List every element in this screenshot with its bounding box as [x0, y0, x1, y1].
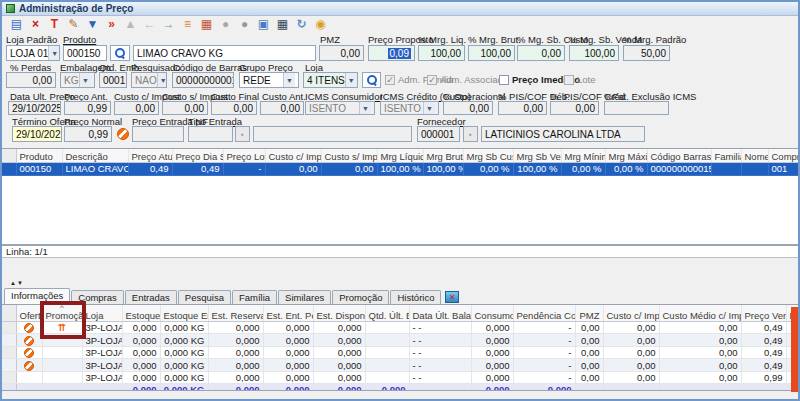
cell[interactable]: 0,000 [263, 322, 313, 334]
oferta-cell[interactable] [16, 334, 42, 346]
cell[interactable]: - [223, 162, 265, 175]
text-tool-icon[interactable]: T [46, 17, 63, 32]
oferta-cell[interactable] [16, 322, 42, 334]
circle-icon[interactable]: ● [236, 17, 253, 32]
mrg-liq-input[interactable]: 100,00 [418, 45, 465, 61]
cell[interactable]: 0,49 [741, 322, 786, 334]
mrg-brut-input[interactable]: 100,00 [468, 45, 515, 61]
cell[interactable]: 0,00 [603, 359, 659, 371]
tab-familia[interactable]: Família [232, 290, 277, 304]
column-header[interactable]: Descrição [62, 149, 128, 162]
adm-associado-checkbox[interactable]: ✓ Adm. Associado [427, 74, 508, 85]
cell[interactable] [365, 359, 409, 371]
cell[interactable]: 3P-LOJA 02 [82, 334, 122, 346]
cell[interactable]: - - [409, 334, 471, 346]
cell[interactable]: 0,49 [741, 334, 786, 346]
cell[interactable]: - [513, 346, 575, 358]
promocao-cell[interactable] [42, 346, 82, 358]
cell[interactable]: 0,00 [659, 322, 741, 334]
produto-search-button[interactable] [110, 45, 130, 61]
cell[interactable]: 0,00 % [561, 162, 605, 175]
cell[interactable]: - [513, 371, 575, 383]
cell[interactable]: 0,00 [603, 371, 659, 383]
column-header[interactable]: Comprador [768, 149, 798, 162]
cell[interactable]: 0,000 [313, 346, 365, 358]
oferta-cell[interactable] [16, 371, 42, 383]
promocao-cell[interactable] [42, 371, 82, 383]
cell[interactable]: 0000000000150 [647, 162, 711, 175]
cell[interactable] [741, 162, 768, 175]
oferta-cell[interactable] [16, 346, 42, 358]
loja-select[interactable]: 4 ITENS▼ [303, 72, 358, 88]
cell[interactable]: 0,000 [263, 334, 313, 346]
cell[interactable]: 0,000 [313, 359, 365, 371]
cell[interactable]: 0,000 [471, 334, 513, 346]
cell[interactable]: 0,00 [575, 322, 603, 334]
splitter-up-icon[interactable]: ▲ [10, 280, 16, 286]
table-row[interactable]: 3P-LOJA 050,0000,000 KG0,0000,0000,000- … [2, 371, 798, 383]
column-header[interactable]: Est. Reservado [208, 305, 263, 322]
splitter[interactable]: ▲ ▼ [2, 279, 798, 287]
cell[interactable]: 000150 [16, 162, 62, 175]
cell[interactable]: 0,000 [208, 371, 263, 383]
cell[interactable]: 0,00 [659, 334, 741, 346]
column-header[interactable]: Qtd. Últ. Bal. [365, 305, 409, 322]
cell[interactable]: 0,49 [172, 162, 223, 175]
column-header[interactable]: Estoque Emb. [160, 305, 208, 322]
cell[interactable]: 0,000 [313, 334, 365, 346]
cell[interactable]: 0,000 [122, 346, 160, 358]
cell[interactable]: - - [409, 346, 471, 358]
cell[interactable]: 3P-LOJA 05 [82, 371, 122, 383]
column-header[interactable]: Produto [16, 149, 62, 162]
loja-padrao-select[interactable]: LOJA 01▼ [6, 45, 60, 61]
cell[interactable]: 0,000 KG [160, 346, 208, 358]
pin-icon[interactable]: ✕ [445, 291, 459, 303]
promocao-cell[interactable] [42, 334, 82, 346]
cell[interactable]: 0,00 [659, 346, 741, 358]
back-icon[interactable]: ← [141, 17, 158, 32]
up-icon[interactable]: ▲ [122, 17, 139, 32]
calculator-icon[interactable]: ▦ [274, 17, 291, 32]
delete-icon[interactable]: × [27, 17, 44, 32]
cell[interactable]: 3P-LOJA 03 [82, 346, 122, 358]
cell[interactable] [365, 322, 409, 334]
cell[interactable]: 0,000 [122, 334, 160, 346]
fast-forward-icon[interactable]: » [103, 17, 120, 32]
cell[interactable]: 0,00 [575, 359, 603, 371]
cell[interactable]: 001 [768, 162, 798, 175]
column-header[interactable]: Mrg Bruta [423, 149, 463, 162]
cell[interactable]: 0,00 [603, 334, 659, 346]
cell[interactable]: 0,00 [321, 162, 377, 175]
column-header[interactable]: Consumo [471, 305, 513, 322]
cell[interactable]: 100,00 % [377, 162, 423, 175]
cell[interactable]: 0,000 KG [160, 334, 208, 346]
cell[interactable]: 0,00 % [605, 162, 647, 175]
copy-icon[interactable]: ▣ [255, 17, 272, 32]
cell[interactable]: 0,000 [208, 334, 263, 346]
cell[interactable]: 0,000 [471, 371, 513, 383]
column-header[interactable]: Mrg Sb Custo [463, 149, 513, 162]
column-header[interactable]: Mrg Sb Venda [513, 149, 561, 162]
cell[interactable]: - [513, 334, 575, 346]
cell[interactable]: 3P-LOJA 01 [82, 322, 122, 334]
cell[interactable]: 0,49 [741, 359, 786, 371]
cell[interactable]: 0,49 [128, 162, 172, 175]
column-header[interactable]: PMZ [575, 305, 603, 322]
column-header[interactable]: Mrg Líquida [377, 149, 423, 162]
cell[interactable]: 0,00 [575, 371, 603, 383]
column-header[interactable]: Mrg Máxima [605, 149, 647, 162]
cell[interactable]: 0,000 [208, 359, 263, 371]
cell[interactable]: 0,99 [741, 371, 786, 383]
cell[interactable]: 0,00 [603, 346, 659, 358]
filter-icon[interactable]: ▼ [84, 17, 101, 32]
column-header[interactable]: ^Promoção [42, 305, 82, 322]
cell[interactable]: 0,000 [122, 371, 160, 383]
column-header[interactable]: Custo s/ Imposto [321, 149, 377, 162]
sphere-icon[interactable]: ● [217, 17, 234, 32]
tab-pesquisa[interactable]: Pesquisa [178, 290, 231, 304]
cell[interactable]: 0,00 [575, 334, 603, 346]
tab-promocao[interactable]: Promoção [332, 290, 389, 304]
layers-icon[interactable]: ≡ [179, 17, 196, 32]
cell[interactable]: - [513, 359, 575, 371]
column-header[interactable]: Familia [711, 149, 741, 162]
